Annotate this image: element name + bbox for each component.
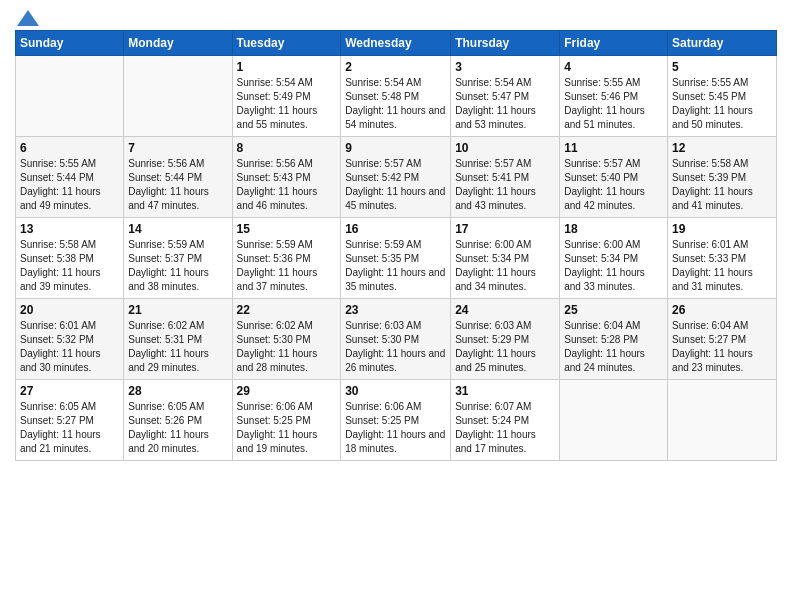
- day-info: Sunrise: 6:04 AMSunset: 5:27 PMDaylight:…: [672, 319, 772, 375]
- calendar-cell: 10Sunrise: 5:57 AMSunset: 5:41 PMDayligh…: [451, 137, 560, 218]
- day-info: Sunrise: 6:04 AMSunset: 5:28 PMDaylight:…: [564, 319, 663, 375]
- day-number: 31: [455, 384, 555, 398]
- day-number: 30: [345, 384, 446, 398]
- day-info: Sunrise: 5:55 AMSunset: 5:44 PMDaylight:…: [20, 157, 119, 213]
- calendar-cell: 24Sunrise: 6:03 AMSunset: 5:29 PMDayligh…: [451, 299, 560, 380]
- day-number: 19: [672, 222, 772, 236]
- calendar-cell: 22Sunrise: 6:02 AMSunset: 5:30 PMDayligh…: [232, 299, 341, 380]
- day-info: Sunrise: 6:05 AMSunset: 5:26 PMDaylight:…: [128, 400, 227, 456]
- day-info: Sunrise: 5:54 AMSunset: 5:47 PMDaylight:…: [455, 76, 555, 132]
- day-info: Sunrise: 6:06 AMSunset: 5:25 PMDaylight:…: [237, 400, 337, 456]
- calendar-header-row: SundayMondayTuesdayWednesdayThursdayFrid…: [16, 31, 777, 56]
- calendar-cell: 15Sunrise: 5:59 AMSunset: 5:36 PMDayligh…: [232, 218, 341, 299]
- day-number: 14: [128, 222, 227, 236]
- day-number: 17: [455, 222, 555, 236]
- calendar-cell: [124, 56, 232, 137]
- calendar-cell: 23Sunrise: 6:03 AMSunset: 5:30 PMDayligh…: [341, 299, 451, 380]
- day-info: Sunrise: 5:55 AMSunset: 5:46 PMDaylight:…: [564, 76, 663, 132]
- day-info: Sunrise: 6:01 AMSunset: 5:32 PMDaylight:…: [20, 319, 119, 375]
- day-number: 7: [128, 141, 227, 155]
- day-info: Sunrise: 5:59 AMSunset: 5:35 PMDaylight:…: [345, 238, 446, 294]
- day-header-friday: Friday: [560, 31, 668, 56]
- day-info: Sunrise: 5:57 AMSunset: 5:41 PMDaylight:…: [455, 157, 555, 213]
- day-number: 11: [564, 141, 663, 155]
- day-number: 23: [345, 303, 446, 317]
- calendar-cell: 1Sunrise: 5:54 AMSunset: 5:49 PMDaylight…: [232, 56, 341, 137]
- calendar-cell: [668, 380, 777, 461]
- calendar-cell: 2Sunrise: 5:54 AMSunset: 5:48 PMDaylight…: [341, 56, 451, 137]
- calendar-cell: 19Sunrise: 6:01 AMSunset: 5:33 PMDayligh…: [668, 218, 777, 299]
- calendar-week-1: 1Sunrise: 5:54 AMSunset: 5:49 PMDaylight…: [16, 56, 777, 137]
- day-number: 24: [455, 303, 555, 317]
- day-number: 10: [455, 141, 555, 155]
- day-header-sunday: Sunday: [16, 31, 124, 56]
- calendar-cell: 29Sunrise: 6:06 AMSunset: 5:25 PMDayligh…: [232, 380, 341, 461]
- day-number: 5: [672, 60, 772, 74]
- calendar-cell: [560, 380, 668, 461]
- calendar-cell: [16, 56, 124, 137]
- calendar-cell: 21Sunrise: 6:02 AMSunset: 5:31 PMDayligh…: [124, 299, 232, 380]
- page: SundayMondayTuesdayWednesdayThursdayFrid…: [0, 0, 792, 612]
- day-number: 4: [564, 60, 663, 74]
- day-info: Sunrise: 5:58 AMSunset: 5:39 PMDaylight:…: [672, 157, 772, 213]
- calendar-cell: 4Sunrise: 5:55 AMSunset: 5:46 PMDaylight…: [560, 56, 668, 137]
- day-number: 1: [237, 60, 337, 74]
- logo: [15, 10, 41, 22]
- day-number: 18: [564, 222, 663, 236]
- calendar-week-4: 20Sunrise: 6:01 AMSunset: 5:32 PMDayligh…: [16, 299, 777, 380]
- day-number: 9: [345, 141, 446, 155]
- svg-marker-0: [17, 10, 39, 26]
- day-number: 28: [128, 384, 227, 398]
- day-number: 3: [455, 60, 555, 74]
- day-info: Sunrise: 6:01 AMSunset: 5:33 PMDaylight:…: [672, 238, 772, 294]
- calendar-cell: 7Sunrise: 5:56 AMSunset: 5:44 PMDaylight…: [124, 137, 232, 218]
- calendar-cell: 5Sunrise: 5:55 AMSunset: 5:45 PMDaylight…: [668, 56, 777, 137]
- day-number: 13: [20, 222, 119, 236]
- calendar-cell: 8Sunrise: 5:56 AMSunset: 5:43 PMDaylight…: [232, 137, 341, 218]
- calendar-week-2: 6Sunrise: 5:55 AMSunset: 5:44 PMDaylight…: [16, 137, 777, 218]
- calendar-cell: 17Sunrise: 6:00 AMSunset: 5:34 PMDayligh…: [451, 218, 560, 299]
- calendar-cell: 20Sunrise: 6:01 AMSunset: 5:32 PMDayligh…: [16, 299, 124, 380]
- calendar-cell: 12Sunrise: 5:58 AMSunset: 5:39 PMDayligh…: [668, 137, 777, 218]
- calendar-cell: 26Sunrise: 6:04 AMSunset: 5:27 PMDayligh…: [668, 299, 777, 380]
- day-info: Sunrise: 5:56 AMSunset: 5:44 PMDaylight:…: [128, 157, 227, 213]
- day-number: 12: [672, 141, 772, 155]
- day-info: Sunrise: 6:05 AMSunset: 5:27 PMDaylight:…: [20, 400, 119, 456]
- day-info: Sunrise: 6:06 AMSunset: 5:25 PMDaylight:…: [345, 400, 446, 456]
- calendar-cell: 31Sunrise: 6:07 AMSunset: 5:24 PMDayligh…: [451, 380, 560, 461]
- calendar-cell: 25Sunrise: 6:04 AMSunset: 5:28 PMDayligh…: [560, 299, 668, 380]
- day-header-thursday: Thursday: [451, 31, 560, 56]
- calendar-cell: 13Sunrise: 5:58 AMSunset: 5:38 PMDayligh…: [16, 218, 124, 299]
- day-header-monday: Monday: [124, 31, 232, 56]
- day-info: Sunrise: 6:00 AMSunset: 5:34 PMDaylight:…: [455, 238, 555, 294]
- day-number: 20: [20, 303, 119, 317]
- day-info: Sunrise: 5:54 AMSunset: 5:49 PMDaylight:…: [237, 76, 337, 132]
- day-info: Sunrise: 6:02 AMSunset: 5:30 PMDaylight:…: [237, 319, 337, 375]
- calendar-cell: 14Sunrise: 5:59 AMSunset: 5:37 PMDayligh…: [124, 218, 232, 299]
- day-header-saturday: Saturday: [668, 31, 777, 56]
- day-info: Sunrise: 5:59 AMSunset: 5:36 PMDaylight:…: [237, 238, 337, 294]
- logo-icon: [17, 10, 39, 26]
- day-number: 8: [237, 141, 337, 155]
- header: [15, 10, 777, 22]
- day-number: 21: [128, 303, 227, 317]
- day-info: Sunrise: 5:57 AMSunset: 5:42 PMDaylight:…: [345, 157, 446, 213]
- day-header-wednesday: Wednesday: [341, 31, 451, 56]
- calendar-cell: 11Sunrise: 5:57 AMSunset: 5:40 PMDayligh…: [560, 137, 668, 218]
- calendar-cell: 16Sunrise: 5:59 AMSunset: 5:35 PMDayligh…: [341, 218, 451, 299]
- day-number: 15: [237, 222, 337, 236]
- day-number: 25: [564, 303, 663, 317]
- day-number: 22: [237, 303, 337, 317]
- calendar-week-5: 27Sunrise: 6:05 AMSunset: 5:27 PMDayligh…: [16, 380, 777, 461]
- day-header-tuesday: Tuesday: [232, 31, 341, 56]
- calendar-cell: 30Sunrise: 6:06 AMSunset: 5:25 PMDayligh…: [341, 380, 451, 461]
- day-info: Sunrise: 5:57 AMSunset: 5:40 PMDaylight:…: [564, 157, 663, 213]
- day-info: Sunrise: 6:07 AMSunset: 5:24 PMDaylight:…: [455, 400, 555, 456]
- calendar-week-3: 13Sunrise: 5:58 AMSunset: 5:38 PMDayligh…: [16, 218, 777, 299]
- calendar-cell: 28Sunrise: 6:05 AMSunset: 5:26 PMDayligh…: [124, 380, 232, 461]
- calendar-cell: 18Sunrise: 6:00 AMSunset: 5:34 PMDayligh…: [560, 218, 668, 299]
- day-info: Sunrise: 5:54 AMSunset: 5:48 PMDaylight:…: [345, 76, 446, 132]
- calendar-cell: 9Sunrise: 5:57 AMSunset: 5:42 PMDaylight…: [341, 137, 451, 218]
- day-info: Sunrise: 5:59 AMSunset: 5:37 PMDaylight:…: [128, 238, 227, 294]
- day-number: 16: [345, 222, 446, 236]
